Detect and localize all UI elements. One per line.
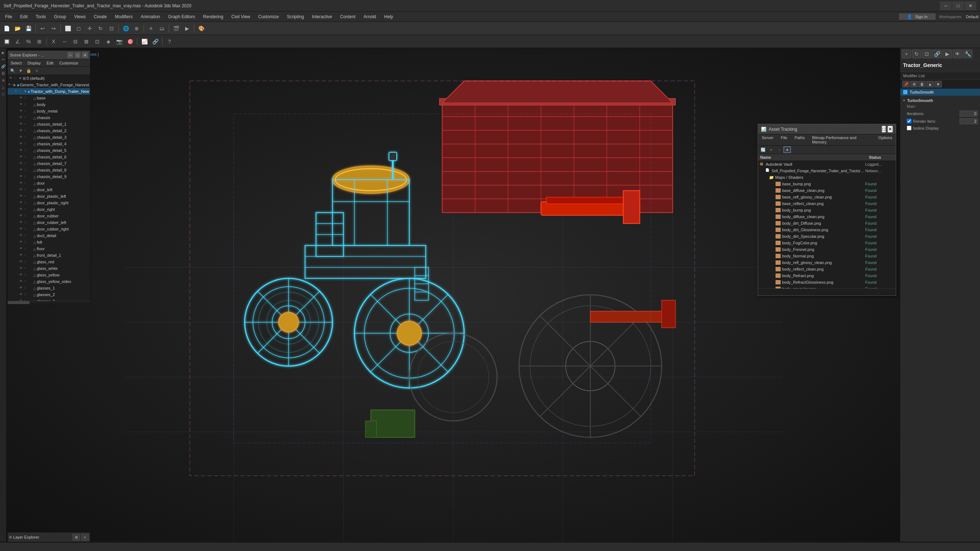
place-highlight[interactable]: ◈ xyxy=(103,37,113,46)
eye-icon[interactable]: 👁 xyxy=(19,148,24,152)
tree-item-duct-detail[interactable]: 👁○△duct_detail xyxy=(8,232,90,239)
tree-item-chassis-detail-4[interactable]: 👁○△chassis_detail_4 xyxy=(8,141,90,147)
menu-views[interactable]: Views xyxy=(70,13,89,21)
menu-group[interactable]: Group xyxy=(50,13,70,21)
asset-list[interactable]: 🏛 Autodesk Vault Logged... 📄 Self_Propel… xyxy=(758,161,896,288)
menu-civil-view[interactable]: Civil View xyxy=(228,13,254,21)
menu-create[interactable]: Create xyxy=(90,13,110,21)
se-close-btn[interactable]: ✕ xyxy=(82,52,88,58)
asset-item-body-dirt-glossiness-png[interactable]: body_dirt_Glossiness.png Found xyxy=(758,227,896,233)
render-icon[interactable]: ○ xyxy=(24,155,29,159)
eye-icon[interactable]: 👁 xyxy=(19,201,24,205)
render-icon[interactable]: ○ xyxy=(24,260,29,264)
at-active-btn[interactable]: ● xyxy=(784,146,791,153)
signin-button[interactable]: 👤 Sign In xyxy=(899,13,935,20)
render-icon[interactable]: ○ xyxy=(24,227,29,231)
at-collapse-btn[interactable]: - xyxy=(776,146,783,153)
render-icon[interactable]: ○ xyxy=(19,89,23,94)
render-icon[interactable]: ○ xyxy=(24,246,29,251)
eye-icon[interactable]: 👁 xyxy=(19,175,24,179)
render-icon[interactable]: ○ xyxy=(24,135,29,140)
scene-explorer-button[interactable]: 🗂 xyxy=(157,24,167,33)
save-button[interactable]: 💾 xyxy=(23,24,33,33)
tree-item-door-left[interactable]: 👁○△door_left xyxy=(8,186,90,193)
asset-item-body-dirt-diffuse-png[interactable]: body_dirt_Diffuse.png Found xyxy=(758,220,896,227)
tree-item-floor[interactable]: 👁○△floor xyxy=(8,245,90,252)
tree-item-chassis-detail-1[interactable]: 👁○△chassis_detail_1 xyxy=(8,121,90,127)
rp-rotate-btn[interactable]: ↻ xyxy=(912,49,921,58)
menu-help[interactable]: Help xyxy=(380,13,397,21)
rp-hierarchy-btn[interactable]: 🔗 xyxy=(932,49,942,58)
select-obj-button[interactable]: ⬜ xyxy=(63,24,73,33)
mod-delete-btn[interactable]: 🗑 xyxy=(918,81,926,87)
eye-icon[interactable]: 👁 xyxy=(19,214,24,218)
turbosmooth-modifier[interactable]: TurboSmooth xyxy=(900,89,980,95)
eye-icon[interactable]: 👁 xyxy=(19,116,24,120)
eye-icon[interactable]: 👁 xyxy=(19,102,24,107)
redo-button[interactable]: ↪ xyxy=(48,24,59,33)
render-icon[interactable]: ○ xyxy=(24,129,29,133)
at-menu-file[interactable]: File xyxy=(777,134,791,145)
tree-item-body[interactable]: 👁○△body xyxy=(8,101,90,108)
at-expand-btn[interactable]: + xyxy=(767,146,775,153)
render-icon[interactable]: ○ xyxy=(24,253,29,257)
render-icon[interactable]: ○ xyxy=(24,102,29,107)
tree-item-body-metal[interactable]: 👁○△body_metal xyxy=(8,108,90,114)
tree-item-felt[interactable]: 👁○△felt xyxy=(8,239,90,245)
render-icon[interactable]: ○ xyxy=(24,96,29,100)
render-icon[interactable]: ○ xyxy=(24,148,29,152)
se-minimize-btn[interactable]: ─ xyxy=(67,52,73,58)
layer-settings-btn[interactable]: ⚙ xyxy=(73,534,80,540)
asset-item-body-refl-glossy-clean-png[interactable]: body_refl_glossy_clean.png Found xyxy=(758,259,896,266)
rp-motion-btn[interactable]: ▶ xyxy=(942,49,952,58)
align-to-view[interactable]: 🎯 xyxy=(125,37,135,46)
tree-item-tractor-with-dump-trailer-new[interactable]: 👁○▼■Tractor_with_Dump_Trailer_New xyxy=(8,88,90,95)
se-menu-customize[interactable]: Customize xyxy=(56,60,81,66)
eye-icon[interactable]: 👁 xyxy=(19,181,24,185)
render-icon[interactable]: ○ xyxy=(24,233,29,238)
tree-item-front-detail-1[interactable]: 👁○△front_detail_1 xyxy=(8,252,90,259)
render-icon[interactable]: ○ xyxy=(24,122,29,126)
angle-snap[interactable]: ∠ xyxy=(13,37,22,46)
asset-item-base-refl-glossy-clean-png[interactable]: base_refl_glossy_clean.png Found xyxy=(758,194,896,200)
render-icon[interactable]: ○ xyxy=(24,175,29,179)
bind-icon[interactable]: ⊕ xyxy=(0,77,6,83)
eye-icon[interactable]: 👁 xyxy=(19,253,24,257)
mirror-button[interactable]: ↔ xyxy=(59,37,70,46)
se-menu-select[interactable]: Select xyxy=(8,60,25,66)
tree-item-chassis-detail-5[interactable]: 👁○△chassis_detail_5 xyxy=(8,147,90,154)
at-menu-options[interactable]: Options xyxy=(875,134,896,145)
render-icon[interactable]: ○ xyxy=(24,214,29,218)
maximize-button[interactable]: □ xyxy=(952,2,964,10)
layer-add-btn[interactable]: + xyxy=(81,534,89,540)
xform-type-in[interactable]: X xyxy=(48,37,59,46)
eye-icon[interactable]: 👁 xyxy=(19,233,24,238)
se-h-scrollbar[interactable] xyxy=(8,301,90,304)
tree-item-glasses-1[interactable]: 👁○△glasses_1 xyxy=(8,285,90,291)
main-file-item[interactable]: 📄 Self_Propelled_Forage_Harvester_Traile… xyxy=(758,168,896,174)
scene-tree[interactable]: 👁○▼⊞0 (default)👁○▶■Generic_Tractor_with_… xyxy=(8,75,90,301)
se-menu-edit[interactable]: Edit xyxy=(44,60,56,66)
ts-iterations-input[interactable] xyxy=(959,111,978,116)
eye-icon[interactable]: 👁 xyxy=(19,122,24,126)
tree-item-door-rubber[interactable]: 👁○△door_rubber xyxy=(8,213,90,219)
unlink-icon[interactable]: ⛓ xyxy=(0,70,6,76)
tree-item-glass-yellow-sides[interactable]: 👁○△glass_yellow_sides xyxy=(8,278,90,285)
snap-toggle[interactable]: 🔲 xyxy=(2,37,12,46)
eye-icon[interactable]: 👁 xyxy=(19,240,24,245)
render-icon[interactable]: ○ xyxy=(24,181,29,185)
eye-icon[interactable]: 👁 xyxy=(19,129,24,133)
eye-icon[interactable]: 👁 xyxy=(19,286,24,290)
asset-item-body-diffuse-clean-png[interactable]: body_diffuse_clean.png Found xyxy=(758,213,896,220)
menu-rendering[interactable]: Rendering xyxy=(199,13,227,21)
ts-render-iters-checkbox[interactable] xyxy=(907,119,912,124)
align-camera[interactable]: 📷 xyxy=(114,37,124,46)
select-region-button[interactable]: ◻ xyxy=(74,24,84,33)
ts-render-iters-input[interactable] xyxy=(959,118,978,124)
at-close-btn[interactable]: ✕ xyxy=(888,125,893,133)
tree-item-generic-tractor-with-forage-harvest---[interactable]: 👁○▶■Generic_Tractor_with_Forage_Harvest.… xyxy=(8,82,90,88)
layer-mgr-button[interactable]: ≡ xyxy=(146,24,156,33)
vault-item[interactable]: 🏛 Autodesk Vault Logged... xyxy=(758,161,896,168)
arrow-icon[interactable]: ▼ xyxy=(24,90,27,93)
render-icon[interactable]: ○ xyxy=(24,240,29,245)
